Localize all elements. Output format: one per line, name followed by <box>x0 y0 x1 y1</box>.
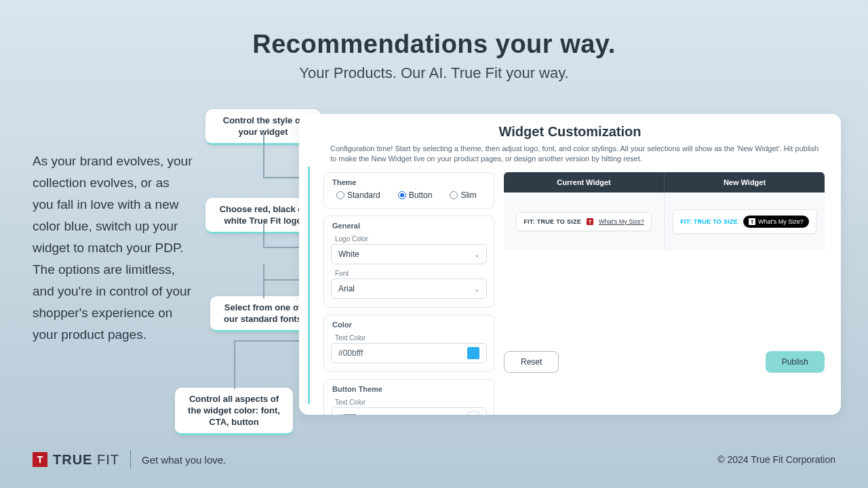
whats-my-size-button[interactable]: T What's My Size? <box>743 216 809 228</box>
theme-option-standard[interactable]: Standard <box>336 190 380 200</box>
hero-subtitle: Your Products. Our AI. True Fit your way… <box>0 64 868 82</box>
select-value: White <box>338 249 359 259</box>
select-value: Arial <box>338 284 355 293</box>
fit-text: FIT: TRUE TO SIZE <box>680 218 738 225</box>
color-value: #00bfff <box>338 348 363 358</box>
fit-text: FIT: TRUE TO SIZE <box>524 218 581 225</box>
font-label: Font <box>335 270 487 277</box>
leader-line <box>263 134 264 177</box>
truefit-logo-icon: T <box>749 218 755 225</box>
publish-button[interactable]: Publish <box>766 351 825 373</box>
panel-accent-bar <box>308 167 310 404</box>
preview-current-widget: FIT: TRUE TO SIZE T What's My Size? <box>504 192 664 251</box>
chevron-down-icon: ⌄ <box>474 285 479 293</box>
leader-line <box>263 264 264 298</box>
radio-icon <box>336 191 344 199</box>
leader-line <box>234 340 235 389</box>
font-select[interactable]: Arial ⌄ <box>331 279 487 299</box>
current-widget-card: FIT: TRUE TO SIZE T What's My Size? <box>516 212 652 231</box>
logo-color-label: Logo Color <box>335 235 487 243</box>
preview-new-label: New Widget <box>664 172 825 192</box>
general-section: General Logo Color White ⌄ Font Arial ⌄ <box>323 216 494 308</box>
brand-fit: FIT <box>97 452 119 467</box>
brand-true: TRUE <box>53 452 92 467</box>
copyright: © 2024 True Fit Corporation <box>717 454 835 465</box>
radio-label: Standard <box>347 190 380 200</box>
theme-section: Theme Standard Button Slim <box>323 172 494 209</box>
brand-lockup: T TRUE FIT Get what you love. <box>33 450 226 469</box>
chevron-down-icon: ⌄ <box>474 251 479 258</box>
preview-new-widget: FIT: TRUE TO SIZE T What's My Size? <box>664 192 825 251</box>
divider <box>130 450 131 469</box>
btn-text-color-label: Text Color <box>335 399 487 406</box>
truefit-logo: T TRUE FIT <box>33 452 119 468</box>
color-section: Color Text Color #00bfff <box>323 314 494 372</box>
new-widget-card: FIT: TRUE TO SIZE T What's My Size? <box>673 209 816 234</box>
panel-subtitle: Configuration time! Start by selecting a… <box>330 144 819 164</box>
preview-current-label: Current Widget <box>504 172 664 192</box>
whats-my-size-link[interactable]: What's My Size? <box>599 218 644 225</box>
widget-customization-panel: Widget Customization Configuration time!… <box>299 114 841 415</box>
general-label: General <box>332 222 487 230</box>
radio-label: Slim <box>460 190 476 200</box>
tagline: Get what you love. <box>142 454 226 466</box>
leader-line <box>263 224 264 247</box>
theme-option-slim[interactable]: Slim <box>450 190 476 200</box>
hero-title: Recommendations your way. <box>0 30 868 59</box>
radio-label: Button <box>409 190 433 200</box>
radio-icon <box>398 191 406 199</box>
text-color-label: Text Color <box>335 334 487 342</box>
color-value: #ffffff <box>338 413 356 415</box>
marketing-body-copy: As your brand evolves, your collection e… <box>33 150 193 346</box>
button-theme-label: Button Theme <box>332 385 487 393</box>
theme-label: Theme <box>332 178 487 186</box>
preview-header: Current Widget New Widget <box>504 172 825 192</box>
radio-icon <box>450 191 458 199</box>
footer: T TRUE FIT Get what you love. © 2024 Tru… <box>33 450 835 469</box>
color-swatch[interactable] <box>467 347 479 359</box>
truefit-logo-icon: T <box>587 218 593 225</box>
text-color-input[interactable]: #00bfff <box>331 343 487 363</box>
wms-button-label: What's My Size? <box>758 218 804 225</box>
button-theme-section: Button Theme Text Color #ffffff <box>323 379 494 415</box>
color-label: Color <box>332 321 487 329</box>
logo-color-select[interactable]: White ⌄ <box>331 244 487 264</box>
reset-button[interactable]: Reset <box>504 351 559 373</box>
theme-option-button[interactable]: Button <box>398 190 433 200</box>
callout-color: Control all aspects of the widget color:… <box>175 388 293 435</box>
color-swatch[interactable] <box>467 411 479 415</box>
leader-line <box>234 340 306 342</box>
panel-title: Widget Customization <box>315 123 825 140</box>
btn-text-color-input[interactable]: #ffffff <box>331 407 487 415</box>
truefit-logo-icon: T <box>33 452 47 467</box>
